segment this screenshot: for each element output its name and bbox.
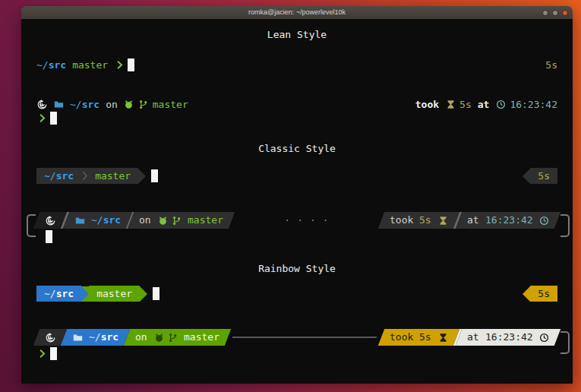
path-segment: ~/src [61,329,131,346]
classic-two-line-prompt: ~/src on master ···· took 5s at [36,212,557,244]
took-label: took [390,212,413,229]
powerline-arrow-icon [138,169,146,184]
git-branch-name: master [184,329,219,346]
at-label: at [478,99,490,110]
git-segment: on master [128,212,235,229]
git-branch-name: master [95,170,131,182]
hourglass-icon [437,215,448,226]
gap-filler-line [232,337,377,338]
on-label: on [139,212,151,229]
git-branch-name: master [153,99,188,110]
os-logo-icon [36,100,47,110]
os-logo-icon [45,215,55,226]
git-branch-icon [138,100,149,110]
prompt-chevron-icon [36,348,47,359]
lean-one-line-prompt: ~/src master 5s [36,58,557,71]
git-segment: on master [124,329,231,346]
github-octocat-icon [124,100,134,110]
path-dir: src [56,288,74,299]
hourglass-icon [445,100,456,110]
classic-style-heading: Classic Style [36,142,557,156]
path-segment: ~/src [62,212,132,229]
path-prefix: ~/ [89,331,101,343]
folder-icon [74,215,85,226]
current-time: 16:23:42 [510,99,557,110]
powerline-arrow-icon [523,169,530,184]
terminal-cursor [50,347,57,360]
clock-icon [538,215,549,226]
command-duration: 5s [459,99,472,110]
duration-segment: took 5s [378,212,459,229]
classic-input-line [36,229,557,244]
git-branch-name: master [188,212,223,229]
terminal-cursor [128,58,134,71]
duration-segment: took 5s [378,329,459,346]
window-controls [542,6,568,19]
path-dir: src [49,59,66,71]
at-label: at [467,212,479,229]
terminal-cursor [151,169,158,182]
rainbow-style-heading: Rainbow Style [36,262,557,276]
minimize-button[interactable] [542,10,548,16]
git-branch-icon [171,215,182,226]
terminal-content[interactable]: Lean Style ~/src master 5s ~/src on [21,19,573,384]
on-label: on [135,329,147,346]
prompt-frame-right [560,331,570,354]
terminal-cursor [46,230,52,243]
github-octocat-icon [157,215,168,226]
os-logo-icon [45,332,55,343]
folder-icon [72,332,83,343]
lean-style-heading: Lean Style [36,28,557,42]
git-branch-name: master [96,288,132,299]
maximize-button[interactable] [552,10,558,16]
classic-segment-bar: ~/src on master ···· took 5s at [36,212,557,229]
git-branch-name: master [72,59,108,71]
thin-separator-icon [79,171,90,182]
time-segment: at 16:23:42 [455,329,560,346]
git-branch-icon [167,332,178,343]
window-titlebar[interactable]: romka@jacien: ~/powerlevel10k [21,6,573,19]
command-duration: 5s [538,170,550,182]
path-segment: ~/src master [36,168,138,184]
terminal-cursor [50,112,57,125]
path-prefix: ~/ [44,170,56,182]
path-dir: src [101,331,118,343]
at-label: at [467,329,479,346]
hourglass-icon [437,332,448,343]
gap-filler-dots: ···· [232,212,381,229]
path-prefix: ~/ [70,99,82,110]
powerline-arrow-icon [523,286,530,302]
current-time: 16:23:42 [485,212,532,229]
close-button[interactable] [562,10,568,16]
clock-icon [495,100,506,110]
prompt-frame-right [560,214,570,237]
rainbow-two-line-prompt: ~/src on master took 5s at 16:23:42 [36,329,557,361]
prompt-chevron-icon [114,60,125,71]
path-prefix: ~/ [36,59,49,71]
git-segment: master [89,286,140,302]
folder-icon [53,100,64,110]
command-duration: 5s [545,59,557,71]
clock-icon [538,332,549,343]
path-prefix: ~/ [44,288,56,299]
powerline-arrow-icon [140,286,147,302]
lean-two-line-prompt: ~/src on master took 5s at 16:23:42 [36,99,557,110]
rainbow-segment-bar: ~/src on master took 5s at 16:23:42 [36,329,557,346]
terminal-window: romka@jacien: ~/powerlevel10k Lean Style… [21,6,573,384]
path-segment: ~/src [36,286,81,302]
rainbow-input-line [36,346,557,361]
path-dir: src [103,214,120,226]
path-dir: src [56,170,74,182]
github-octocat-icon [153,332,164,343]
command-duration: 5s [420,329,432,346]
window-title: romka@jacien: ~/powerlevel10k [248,6,346,19]
prompt-chevron-icon [36,112,47,123]
time-segment: at 16:23:42 [455,212,560,229]
terminal-cursor [153,287,159,300]
on-label: on [106,99,118,110]
took-label: took [415,99,439,110]
rainbow-one-line-prompt: ~/src master 5s [36,286,557,302]
command-duration: 5s [538,288,550,299]
path-dir: src [82,99,99,110]
duration-segment: 5s [530,286,557,302]
